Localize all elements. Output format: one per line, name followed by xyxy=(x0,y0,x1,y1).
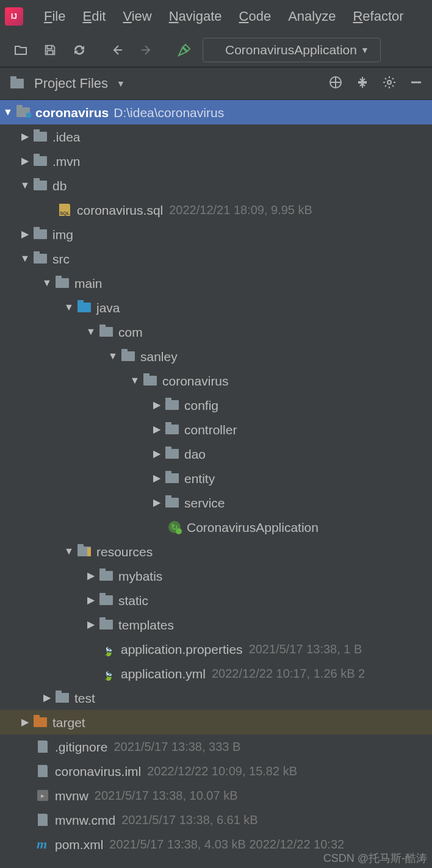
expand-arrow-icon[interactable]: ▶ xyxy=(151,449,162,459)
expand-arrow-icon[interactable]: ▼ xyxy=(85,327,96,337)
package-icon xyxy=(143,375,157,387)
tree-item-sanley[interactable]: ▼ sanley xyxy=(0,344,432,368)
app-icon: IJ xyxy=(5,7,23,26)
sync-button[interactable] xyxy=(68,39,90,61)
expand-arrow-icon[interactable]: ▶ xyxy=(41,693,52,703)
tree-item-mvn[interactable]: ▶ .mvn xyxy=(0,149,432,173)
spring-config-icon xyxy=(101,643,116,655)
expand-arrow-icon[interactable]: ▼ xyxy=(2,107,13,117)
tree-item-idea[interactable]: ▶ .idea xyxy=(0,124,432,149)
folder-icon xyxy=(33,131,48,143)
save-button[interactable] xyxy=(39,39,61,61)
expand-arrow-icon[interactable]: ▶ xyxy=(20,156,31,166)
tree-item-mybatis[interactable]: ▶ mybatis xyxy=(0,564,432,588)
file-icon xyxy=(35,741,50,753)
select-opened-file-button[interactable] xyxy=(328,75,343,93)
expand-arrow-icon[interactable]: ▶ xyxy=(85,595,96,605)
package-icon xyxy=(165,423,179,436)
project-toolwindow-header: Project Files ▼ xyxy=(0,67,432,100)
menu-view[interactable]: View xyxy=(114,5,160,28)
run-config-dropdown[interactable]: CoronavirusApplication ▼ xyxy=(203,38,381,62)
tree-item-iml[interactable]: coronavirus.iml 2022/12/22 10:09, 15.82 … xyxy=(0,759,432,783)
expand-arrow-icon[interactable]: ▶ xyxy=(20,717,31,727)
menu-edit[interactable]: Edit xyxy=(74,5,114,28)
tree-item-img[interactable]: ▶ img xyxy=(0,222,432,246)
open-button[interactable] xyxy=(10,39,32,61)
project-tree[interactable]: ▼ coronavirus D:\idea\coronavirus ▶ .ide… xyxy=(0,100,432,856)
folder-icon xyxy=(33,155,48,167)
expand-arrow-icon[interactable]: ▼ xyxy=(107,351,118,361)
menu-analyze[interactable]: Analyze xyxy=(279,5,344,28)
tree-item-templates[interactable]: ▶ templates xyxy=(0,612,432,637)
tree-item-target[interactable]: ▶ target xyxy=(0,710,432,734)
excluded-folder-icon xyxy=(33,716,48,728)
run-config-label: CoronavirusApplication xyxy=(225,43,357,57)
expand-arrow-icon[interactable]: ▼ xyxy=(20,181,31,190)
tree-item-static[interactable]: ▶ static xyxy=(0,588,432,612)
menu-code[interactable]: Code xyxy=(231,5,280,28)
source-folder-icon xyxy=(77,301,92,314)
svg-point-1 xyxy=(387,81,391,84)
tree-item-mvnw-cmd[interactable]: mvnw.cmd 2021/5/17 13:38, 6.61 kB xyxy=(0,808,432,832)
expand-arrow-icon[interactable]: ▼ xyxy=(63,303,74,312)
package-icon xyxy=(99,326,113,338)
settings-button[interactable] xyxy=(382,75,397,93)
tree-item-app-yml[interactable]: application.yml 2022/12/22 10:17, 1.26 k… xyxy=(0,661,432,686)
tree-item-resources[interactable]: ▼ resources xyxy=(0,539,432,564)
folder-icon xyxy=(55,277,70,289)
expand-arrow-icon[interactable]: ▶ xyxy=(151,498,162,508)
file-icon xyxy=(35,814,50,826)
build-button[interactable] xyxy=(173,39,195,61)
menu-file[interactable]: File xyxy=(35,5,74,28)
expand-arrow-icon[interactable]: ▼ xyxy=(63,547,74,556)
expand-arrow-icon[interactable]: ▶ xyxy=(20,132,31,142)
tree-item-dao[interactable]: ▶ dao xyxy=(0,442,432,466)
tree-item-db[interactable]: ▼ db xyxy=(0,173,432,198)
tree-item-sql-file[interactable]: coronavirus.sql 2022/12/21 18:09, 9.95 k… xyxy=(0,198,432,222)
expand-arrow-icon[interactable]: ▼ xyxy=(20,254,31,264)
expand-arrow-icon[interactable]: ▶ xyxy=(151,473,162,483)
expand-arrow-icon[interactable]: ▶ xyxy=(151,425,162,434)
tree-item-gitignore[interactable]: .gitignore 2021/5/17 13:38, 333 B xyxy=(0,734,432,759)
menu-refactor[interactable]: Refactor xyxy=(344,5,412,28)
maven-file-icon: m xyxy=(35,838,50,850)
tree-item-mvnw[interactable]: ▸ mvnw 2021/5/17 13:38, 10.07 kB xyxy=(0,783,432,808)
expand-arrow-icon[interactable]: ▶ xyxy=(151,400,162,410)
tree-item-service[interactable]: ▶ service xyxy=(0,490,432,515)
folder-icon xyxy=(10,77,24,90)
package-icon xyxy=(165,497,179,509)
resources-folder-icon xyxy=(77,545,92,558)
expand-arrow-icon[interactable]: ▼ xyxy=(129,376,140,386)
tree-item-java[interactable]: ▼ java xyxy=(0,295,432,320)
tree-item-main[interactable]: ▼ main xyxy=(0,271,432,295)
expand-arrow-icon[interactable]: ▶ xyxy=(85,620,96,629)
expand-arrow-icon[interactable]: ▶ xyxy=(20,229,31,239)
tree-item-coronavirus-pkg[interactable]: ▼ coronavirus xyxy=(0,368,432,393)
sql-file-icon xyxy=(57,204,72,216)
tree-item-src[interactable]: ▼ src xyxy=(0,246,432,271)
forward-button[interactable] xyxy=(135,39,157,61)
tree-item-app-properties[interactable]: application.properties 2021/5/17 13:38, … xyxy=(0,637,432,661)
chevron-down-icon: ▼ xyxy=(361,45,369,55)
tree-item-test[interactable]: ▶ test xyxy=(0,686,432,710)
hide-button[interactable] xyxy=(409,75,423,93)
spring-config-icon xyxy=(101,667,116,680)
package-icon xyxy=(165,448,179,460)
folder-icon xyxy=(99,619,113,631)
tree-item-app-class[interactable]: CoronavirusApplication xyxy=(0,515,432,539)
expand-arrow-icon[interactable]: ▼ xyxy=(41,278,52,288)
tree-item-controller[interactable]: ▶ controller xyxy=(0,417,432,442)
menu-navigate[interactable]: Navigate xyxy=(160,5,231,28)
package-icon xyxy=(165,472,179,484)
tree-root[interactable]: ▼ coronavirus D:\idea\coronavirus xyxy=(0,100,432,124)
tree-item-com[interactable]: ▼ com xyxy=(0,320,432,344)
collapse-all-button[interactable] xyxy=(355,75,370,93)
project-view-selector[interactable]: Project Files ▼ xyxy=(7,76,125,91)
folder-icon xyxy=(99,594,113,606)
spring-boot-class-icon xyxy=(167,521,182,533)
tree-item-entity[interactable]: ▶ entity xyxy=(0,466,432,490)
main-toolbar: CoronavirusApplication ▼ xyxy=(0,33,432,67)
back-button[interactable] xyxy=(106,39,128,61)
tree-item-config[interactable]: ▶ config xyxy=(0,393,432,417)
expand-arrow-icon[interactable]: ▶ xyxy=(85,571,96,581)
